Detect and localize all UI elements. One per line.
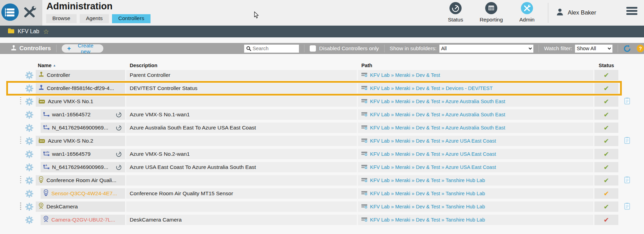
user-menu[interactable]: Alex Baker: [556, 8, 596, 18]
path-link[interactable]: KFV Lab » Meraki » Dev & Test » Azure US…: [370, 138, 496, 144]
create-new-button[interactable]: + Create new: [62, 44, 104, 53]
path-icon: [361, 72, 367, 78]
row-settings-gear-icon[interactable]: [24, 123, 35, 133]
table-row: Azure VMX-S No.2KFV Lab » Meraki » Dev &…: [0, 136, 635, 146]
plus-icon: +: [67, 45, 71, 52]
gauge-icon: [116, 151, 122, 157]
disabled-controllers-checkbox[interactable]: [310, 45, 316, 52]
sensor-icon: [43, 189, 49, 198]
top-nav: StatusReportingAdmin: [438, 2, 545, 23]
row-settings-gear-icon[interactable]: [24, 188, 35, 199]
menu-button[interactable]: [626, 7, 637, 15]
path-link[interactable]: KFV Lab » Meraki » Dev & Test » Azure US…: [370, 151, 496, 157]
drag-handle[interactable]: [20, 202, 21, 211]
controller-name[interactable]: Sensor-Q3CQ-4W24-4E7...: [51, 190, 117, 197]
path-link[interactable]: KFV Lab » Meraki » Dev & Test » Devices …: [370, 86, 493, 91]
path-link[interactable]: KFV Lab » Meraki » Dev & Test » Tanshire…: [370, 204, 485, 209]
clipboard-icon[interactable]: [624, 202, 630, 211]
svg-text:zZz: zZz: [45, 151, 50, 153]
path-link[interactable]: KFV Lab » Meraki » Dev & Test: [370, 72, 440, 78]
subfolders-select[interactable]: All: [439, 45, 533, 53]
path-link[interactable]: KFV Lab » Meraki » Dev & Test » Tanshire…: [370, 217, 485, 223]
controller-name[interactable]: Controller: [47, 72, 70, 78]
tab-controllers[interactable]: Controllers: [112, 14, 151, 23]
path-icon: [361, 190, 367, 197]
joystick-icon: [38, 84, 44, 92]
controller-name[interactable]: N_641762946900969...: [52, 164, 108, 170]
controller-description: [126, 96, 357, 107]
path-icon: [361, 151, 367, 157]
row-settings-gear-icon[interactable]: [24, 201, 35, 212]
row-settings-gear-icon[interactable]: [24, 70, 35, 80]
breadcrumb[interactable]: KFV Lab: [18, 28, 39, 35]
row-settings-gear-icon[interactable]: [24, 96, 35, 107]
favorite-star-icon[interactable]: ☆: [43, 28, 49, 35]
table-row: DeskCameraKFV Lab » Meraki » Dev & Test …: [0, 201, 635, 212]
table-row: zZzwan1-16564579Azure VMX-S No.2-wan1KFV…: [0, 149, 635, 159]
row-settings-gear-icon[interactable]: [24, 175, 35, 186]
path-link[interactable]: KFV Lab » Meraki » Dev & Test » Azure Au…: [370, 112, 505, 117]
row-settings-gear-icon[interactable]: [24, 83, 35, 93]
nav-label: Reporting: [480, 17, 503, 23]
svg-text:A: A: [45, 164, 47, 166]
controller-name[interactable]: DeskCamera: [46, 204, 78, 210]
watch-filter-select[interactable]: Show All: [575, 45, 612, 53]
controller-name[interactable]: Conference Room Air Quali...: [46, 177, 117, 183]
status-check-icon: ✔: [604, 72, 609, 79]
column-header-path[interactable]: Path: [358, 63, 593, 68]
controller-description: Azure Australia South East To Azure USA …: [126, 123, 357, 133]
controller-name[interactable]: wan1-16564579: [52, 151, 91, 157]
table-row: Sensor-Q3CQ-4W24-4E7...Conference Room A…: [0, 188, 635, 199]
column-header-description[interactable]: Description: [126, 63, 357, 68]
path-link[interactable]: KFV Lab » Meraki » Dev & Test » Azure US…: [370, 164, 496, 170]
controller-description: DeskCamera Camera: [126, 215, 357, 225]
nav-reporting[interactable]: Reporting: [473, 2, 509, 23]
row-settings-gear-icon[interactable]: [24, 149, 35, 159]
report-grid-icon: [485, 2, 498, 16]
tab-agents[interactable]: Agents: [80, 14, 109, 23]
column-header-name[interactable]: Name▲: [36, 63, 125, 68]
table-row: AN_641762946900969...Azure USA East Coas…: [0, 162, 635, 172]
drag-handle[interactable]: [20, 137, 21, 145]
app-logo[interactable]: [1, 3, 19, 22]
watch-filter-label: Watch filter:: [544, 45, 572, 52]
controller-name[interactable]: Azure VMX-S No.1: [48, 98, 93, 105]
row-settings-gear-icon[interactable]: [24, 136, 35, 146]
controller-name[interactable]: N_641762946900969...: [52, 125, 108, 131]
controller-name[interactable]: Camera-Q2GV-UBU2-7L...: [51, 217, 115, 223]
clipboard-icon[interactable]: [624, 137, 630, 145]
clipboard-icon[interactable]: [624, 176, 630, 185]
path-link[interactable]: KFV Lab » Meraki » Dev & Test » Azure Au…: [370, 125, 505, 130]
search-icon: [246, 46, 251, 51]
controller-name[interactable]: Controller-f8581f4c-df29-4...: [47, 85, 114, 91]
path-link[interactable]: KFV Lab » Meraki » Dev & Test » Tanshire…: [370, 191, 485, 196]
clipboard-icon[interactable]: [624, 97, 630, 106]
search-input[interactable]: [244, 45, 299, 53]
nav-status[interactable]: Status: [438, 2, 473, 23]
table-row: ControllerParent ControllerKFV Lab » Mer…: [0, 70, 635, 80]
drag-handle[interactable]: [20, 97, 21, 106]
controller-description: [126, 201, 357, 212]
admin-tools-icon: [21, 4, 38, 22]
table-row: Controller-f8581f4c-df29-4...DEV/TEST Co…: [0, 83, 635, 93]
nav-admin[interactable]: Admin: [509, 2, 545, 23]
controller-name[interactable]: wan1-16564572: [52, 111, 91, 118]
status-check-icon: ✔: [604, 204, 609, 210]
row-settings-gear-icon[interactable]: [24, 162, 35, 172]
controller-name[interactable]: Azure VMX-S No.2: [48, 138, 93, 144]
refresh-button[interactable]: [623, 45, 631, 53]
path-link[interactable]: KFV Lab » Meraki » Dev & Test » Tanshire…: [370, 178, 485, 183]
vpn-tunnel-icon: A: [43, 124, 50, 132]
column-header-status[interactable]: Status: [594, 63, 618, 68]
controller-description: Azure VMX-S No.1-wan1: [126, 109, 357, 120]
row-settings-gear-icon[interactable]: [24, 215, 35, 225]
drag-handle[interactable]: [20, 176, 21, 184]
status-check-icon: ✔: [604, 190, 609, 197]
tab-browse[interactable]: Browse: [46, 14, 77, 23]
controller-description: Azure USA East Coast To Azure Australia …: [126, 162, 357, 172]
sort-ascending-icon: ▲: [53, 64, 56, 67]
path-link[interactable]: KFV Lab » Meraki » Dev & Test » Azure Au…: [370, 99, 505, 104]
help-button[interactable]: ?: [637, 45, 644, 52]
row-settings-gear-icon[interactable]: [24, 109, 35, 120]
path-icon: [361, 204, 367, 210]
